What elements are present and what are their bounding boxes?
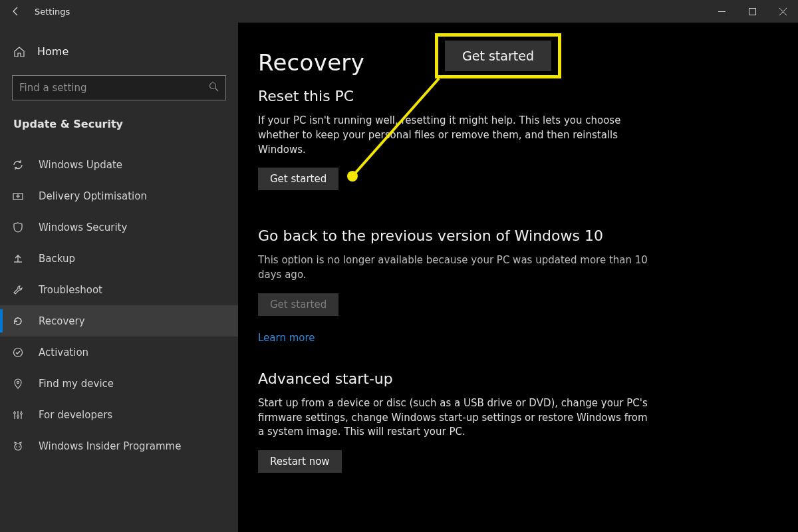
sidebar-item-backup[interactable]: Backup bbox=[0, 243, 238, 274]
advanced-description: Start up from a device or disc (such as … bbox=[258, 396, 650, 440]
sidebar-item-delivery-optimisation[interactable]: Delivery Optimisation bbox=[0, 180, 238, 211]
advanced-restart-button[interactable]: Restart now bbox=[258, 450, 342, 473]
reset-description: If your PC isn't running well, resetting… bbox=[258, 114, 650, 157]
home-icon bbox=[13, 46, 25, 58]
search-icon bbox=[209, 82, 219, 94]
sidebar-item-label: Find my device bbox=[39, 378, 114, 390]
sidebar-item-windows-security[interactable]: Windows Security bbox=[0, 211, 238, 243]
delivery-icon bbox=[12, 190, 25, 202]
sidebar-item-label: Windows Update bbox=[39, 159, 122, 171]
recovery-icon bbox=[12, 315, 25, 327]
sidebar-item-label: Windows Insider Programme bbox=[39, 440, 181, 452]
window-title: Settings bbox=[35, 7, 70, 17]
sliders-icon bbox=[12, 409, 25, 421]
svg-rect-0 bbox=[749, 8, 755, 15]
svg-point-10 bbox=[19, 446, 20, 448]
svg-point-1 bbox=[210, 82, 216, 88]
sidebar-item-for-developers[interactable]: For developers bbox=[0, 399, 238, 430]
sidebar-nav: Windows Update Delivery Optimisation Win… bbox=[0, 149, 238, 462]
svg-point-5 bbox=[14, 412, 16, 414]
sidebar-home[interactable]: Home bbox=[13, 45, 226, 58]
sidebar-item-windows-update[interactable]: Windows Update bbox=[0, 149, 238, 180]
sidebar-item-troubleshoot[interactable]: Troubleshoot bbox=[0, 274, 238, 305]
sidebar-item-label: Recovery bbox=[39, 315, 85, 327]
search-input[interactable] bbox=[19, 82, 209, 94]
annotation-callout: Get started bbox=[435, 33, 561, 78]
minimize-icon bbox=[718, 8, 726, 15]
maximize-icon bbox=[749, 8, 756, 15]
sidebar-item-label: Windows Security bbox=[39, 221, 127, 233]
goback-heading: Go back to the previous version of Windo… bbox=[258, 227, 771, 244]
reset-get-started-button[interactable]: Get started bbox=[258, 168, 338, 190]
sidebar-item-label: Delivery Optimisation bbox=[39, 190, 147, 202]
sidebar: Home Update & Security Windows Update De… bbox=[0, 23, 238, 532]
minimize-button[interactable] bbox=[706, 0, 737, 23]
shield-icon bbox=[12, 221, 25, 233]
ninja-cat-icon bbox=[12, 440, 25, 452]
goback-learn-more-link[interactable]: Learn more bbox=[258, 332, 315, 344]
sidebar-item-find-my-device[interactable]: Find my device bbox=[0, 368, 238, 399]
annotation-callout-label: Get started bbox=[445, 41, 551, 71]
sidebar-item-label: Activation bbox=[39, 346, 88, 358]
close-button[interactable] bbox=[767, 0, 798, 23]
arrow-left-icon bbox=[11, 6, 21, 17]
svg-point-3 bbox=[14, 348, 23, 356]
svg-point-8 bbox=[15, 444, 21, 450]
back-button[interactable] bbox=[0, 0, 32, 23]
wrench-icon bbox=[12, 284, 25, 296]
svg-point-9 bbox=[16, 446, 17, 448]
backup-icon bbox=[12, 253, 25, 265]
sidebar-section-title: Update & Security bbox=[13, 118, 226, 130]
sidebar-item-recovery[interactable]: Recovery bbox=[0, 305, 238, 336]
advanced-heading: Advanced start-up bbox=[258, 370, 771, 387]
location-icon bbox=[12, 378, 25, 390]
window-controls bbox=[706, 0, 798, 23]
svg-point-4 bbox=[17, 381, 19, 383]
svg-point-7 bbox=[21, 412, 23, 414]
sidebar-item-windows-insider[interactable]: Windows Insider Programme bbox=[0, 430, 238, 462]
sync-icon bbox=[12, 159, 25, 171]
search-input-container[interactable] bbox=[12, 75, 226, 100]
maximize-button[interactable] bbox=[737, 0, 767, 23]
sidebar-item-activation[interactable]: Activation bbox=[0, 336, 238, 368]
check-circle-icon bbox=[12, 346, 25, 358]
reset-heading: Reset this PC bbox=[258, 88, 771, 104]
goback-get-started-button: Get started bbox=[258, 293, 338, 316]
svg-point-6 bbox=[17, 415, 19, 417]
content-area: Recovery Reset this PC If your PC isn't … bbox=[238, 23, 798, 532]
goback-description: This option is no longer available becau… bbox=[258, 253, 650, 283]
close-icon bbox=[779, 8, 787, 15]
sidebar-item-label: Backup bbox=[39, 253, 75, 265]
titlebar: Settings bbox=[0, 0, 798, 23]
sidebar-item-label: For developers bbox=[39, 409, 112, 421]
sidebar-home-label: Home bbox=[37, 45, 68, 58]
sidebar-item-label: Troubleshoot bbox=[39, 284, 102, 296]
